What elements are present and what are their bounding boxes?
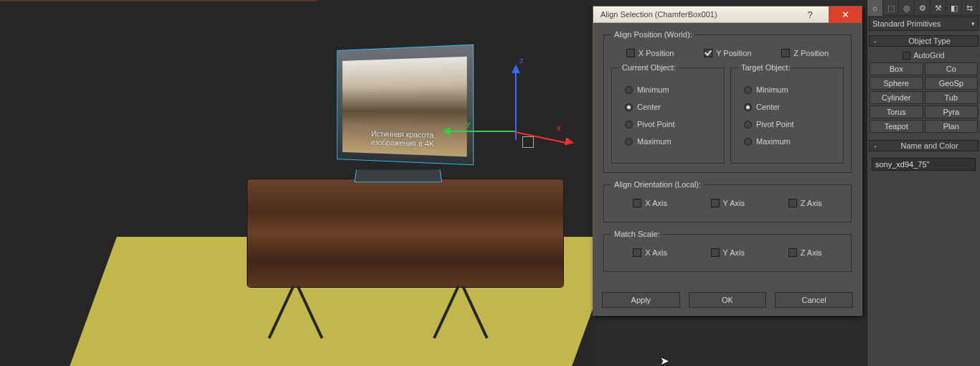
dialog-button-row: Apply OK Cancel <box>593 288 862 315</box>
orient-x-label: X Axis <box>645 199 667 207</box>
autogrid-label: AutoGrid <box>913 51 944 60</box>
dialog-body: Align Position (World): X Position Y Pos… <box>593 23 862 288</box>
orient-y-label: Y Axis <box>723 199 745 207</box>
cancel-button[interactable]: Cancel <box>775 292 853 308</box>
collapse-icon: - <box>870 141 881 150</box>
cabinet-object[interactable] <box>248 179 563 287</box>
x-position-checkbox[interactable]: X Position <box>626 49 674 57</box>
box-button[interactable]: Box <box>870 62 923 75</box>
motion-tab-icon[interactable]: ⚙ <box>915 0 930 16</box>
dialog-titlebar[interactable]: Align Selection (ChamferBox001) ? ✕ <box>593 6 862 23</box>
align-orientation-legend: Align Orientation (Local): <box>611 180 704 189</box>
gizmo-y-label: y <box>466 119 471 128</box>
target-center-radio[interactable]: Center <box>744 103 836 111</box>
target-maximum-radio[interactable]: Maximum <box>744 137 836 146</box>
ok-button[interactable]: OK <box>689 292 767 308</box>
pyramid-button[interactable]: Pyra <box>925 105 979 118</box>
name-color-rollout-header[interactable]: - Name and Color <box>869 140 979 151</box>
display-tab-icon[interactable]: ⚒ <box>930 0 946 16</box>
object-type-rollout-body: AutoGrid Box Co Sphere GeoSp Cylinder Tu… <box>867 48 980 136</box>
current-pivot-label: Pivot Point <box>637 120 675 128</box>
target-maximum-label: Maximum <box>756 137 791 146</box>
primitive-type-dropdown[interactable]: Standard Primitives <box>869 17 979 31</box>
gizmo-z-label: z <box>519 56 524 65</box>
object-name-input[interactable] <box>872 158 976 171</box>
target-minimum-label: Minimum <box>756 85 788 94</box>
extra-tab-icon[interactable]: ⇆ <box>962 0 978 16</box>
target-pivot-label: Pivot Point <box>756 120 794 128</box>
current-pivot-radio[interactable]: Pivot Point <box>625 120 717 128</box>
cone-button[interactable]: Co <box>925 62 979 75</box>
current-maximum-label: Maximum <box>637 137 672 146</box>
align-selection-dialog: Align Selection (ChamferBox001) ? ✕ Alig… <box>593 6 862 316</box>
viewport-3d[interactable]: Истинная красота изображения в 4K z y x <box>0 0 592 366</box>
tv-stand-selection[interactable] <box>354 170 443 182</box>
current-center-label: Center <box>637 103 661 111</box>
current-object-legend: Current Object: <box>619 63 679 72</box>
collapse-icon: - <box>870 37 881 45</box>
dialog-close-button[interactable]: ✕ <box>829 6 862 23</box>
command-panel: ☼ ⬚ ◎ ⚙ ⚒ ◧ ⇆ Standard Primitives - Obje… <box>867 0 980 366</box>
dialog-help-button[interactable]: ? <box>796 6 824 23</box>
y-position-checkbox[interactable]: Y Position <box>704 49 751 57</box>
target-object-group: Target Object: Minimum Center Pivot Poin… <box>730 63 844 164</box>
object-type-title: Object Type <box>881 37 978 45</box>
sphere-button[interactable]: Sphere <box>870 77 923 90</box>
primitive-buttons-grid: Box Co Sphere GeoSp Cylinder Tub Torus P… <box>870 62 978 133</box>
x-position-label: X Position <box>639 49 674 57</box>
object-type-rollout-header[interactable]: - Object Type <box>869 35 979 47</box>
mouse-cursor-icon: ➤ <box>660 355 669 366</box>
scale-y-checkbox[interactable]: Y Axis <box>711 248 745 257</box>
orient-x-checkbox[interactable]: X Axis <box>633 199 667 207</box>
gizmo-z-axis[interactable] <box>515 72 517 140</box>
target-pivot-radio[interactable]: Pivot Point <box>744 120 836 128</box>
transform-gizmo[interactable]: z y x <box>486 108 573 194</box>
plane-button[interactable]: Plan <box>925 120 979 133</box>
name-color-rollout-body <box>867 153 980 176</box>
orient-y-checkbox[interactable]: Y Axis <box>711 199 745 207</box>
command-panel-tabs: ☼ ⬚ ◎ ⚙ ⚒ ◧ ⇆ <box>867 0 980 16</box>
current-center-radio[interactable]: Center <box>625 103 717 111</box>
z-position-label: Z Position <box>793 49 829 57</box>
scale-y-label: Y Axis <box>723 248 745 257</box>
cylinder-button[interactable]: Cylinder <box>870 91 923 104</box>
gizmo-x-label: x <box>557 123 561 132</box>
align-position-legend: Align Position (World): <box>611 30 695 39</box>
scale-x-label: X Axis <box>645 248 667 257</box>
current-maximum-radio[interactable]: Maximum <box>625 137 717 146</box>
dialog-title-text: Align Selection (ChamferBox001) <box>600 10 717 19</box>
gizmo-z-arrow[interactable] <box>512 65 520 73</box>
gizmo-x-arrow[interactable] <box>565 137 575 147</box>
gizmo-y-arrow[interactable] <box>442 127 451 136</box>
tv-screen-texture: Истинная красота изображения в 4K <box>342 57 466 157</box>
scale-z-label: Z Axis <box>801 248 822 257</box>
align-position-group: Align Position (World): X Position Y Pos… <box>603 30 852 173</box>
geosphere-button[interactable]: GeoSp <box>925 77 979 90</box>
create-tab-icon[interactable]: ☼ <box>867 0 883 16</box>
teapot-button[interactable]: Teapot <box>870 120 923 133</box>
scale-x-checkbox[interactable]: X Axis <box>633 248 667 257</box>
scale-z-checkbox[interactable]: Z Axis <box>788 248 822 257</box>
current-object-group: Current Object: Minimum Center Pivot Poi… <box>611 63 725 164</box>
primitive-type-label: Standard Primitives <box>872 19 941 28</box>
z-position-checkbox[interactable]: Z Position <box>781 49 829 57</box>
autogrid-checkbox[interactable]: AutoGrid <box>903 51 944 60</box>
cabinet-top-face <box>0 0 348 1</box>
selected-tv-object[interactable]: Истинная красота изображения в 4K <box>337 44 474 166</box>
modify-tab-icon[interactable]: ⬚ <box>883 0 899 16</box>
torus-button[interactable]: Torus <box>870 105 923 118</box>
gizmo-xy-plane[interactable] <box>522 136 534 148</box>
tube-button[interactable]: Tub <box>925 91 979 104</box>
current-minimum-label: Minimum <box>637 85 669 94</box>
target-minimum-radio[interactable]: Minimum <box>744 85 836 94</box>
orient-z-checkbox[interactable]: Z Axis <box>788 199 822 207</box>
name-color-title: Name and Color <box>881 141 978 150</box>
match-scale-legend: Match Scale: <box>611 230 663 238</box>
current-minimum-radio[interactable]: Minimum <box>625 85 717 94</box>
gizmo-y-axis[interactable] <box>451 131 515 132</box>
utilities-tab-icon[interactable]: ◧ <box>946 0 962 16</box>
apply-button[interactable]: Apply <box>602 292 680 308</box>
target-center-label: Center <box>756 103 780 111</box>
hierarchy-tab-icon[interactable]: ◎ <box>899 0 915 16</box>
target-object-legend: Target Object: <box>738 63 793 72</box>
